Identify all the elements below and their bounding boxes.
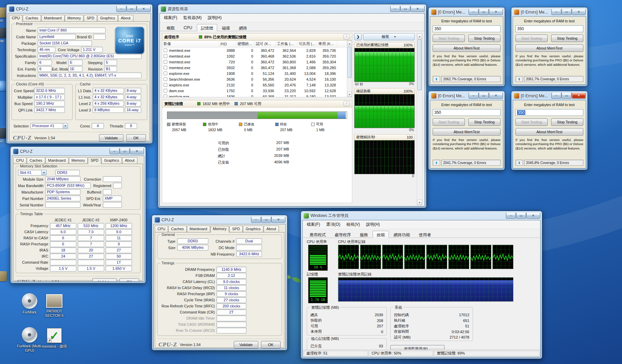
tab-about[interactable]: About <box>122 157 137 164</box>
tab-about[interactable]: About <box>264 226 279 232</box>
tab-cpu[interactable]: CPU <box>155 226 168 232</box>
close-button[interactable]: ✕ <box>411 6 425 12</box>
start-testing-button[interactable]: Start Testing <box>515 118 548 126</box>
stop-testing-button[interactable]: Stop Testing <box>551 35 583 42</box>
ok-button[interactable]: OK <box>261 341 281 348</box>
minimize-button[interactable]: ─ <box>469 93 478 99</box>
stop-testing-button[interactable]: Stop Testing <box>468 35 501 42</box>
scrollbar-thumb[interactable] <box>417 39 422 90</box>
maximize-button[interactable]: ▭ <box>127 6 136 12</box>
processor-select[interactable]: Processor #1▼ <box>31 123 68 129</box>
col-shareable[interactable]: 可共用 (... <box>297 41 317 47</box>
tab-graphics[interactable]: Graphics <box>243 226 263 232</box>
views-dropdown[interactable]: 檢視▼ <box>363 33 415 40</box>
maximize-button[interactable]: ▭ <box>562 9 571 15</box>
about-memtest-button[interactable]: About MemTest <box>515 44 583 52</box>
edge-icon[interactable] <box>0 81 7 92</box>
validate-button[interactable]: Validate <box>99 134 124 142</box>
menu-item[interactable]: 選項(O) <box>323 221 343 228</box>
tab-spd[interactable]: SPD <box>88 157 101 164</box>
col-working-set[interactable]: 工作集 (... <box>276 41 297 47</box>
edge-icon[interactable]: nap <box>0 28 7 43</box>
scrollbar-thumb[interactable] <box>347 47 352 78</box>
maximize-button[interactable]: ▭ <box>562 93 571 99</box>
minimize-button[interactable]: ─ <box>110 148 119 154</box>
maximize-button[interactable]: ▭ <box>479 9 489 15</box>
tab-memory[interactable]: Memory <box>69 157 88 164</box>
tab-graphics[interactable]: Graphics <box>101 157 122 164</box>
tab-networking[interactable]: 網路功能 <box>390 231 414 238</box>
checkbox[interactable] <box>164 60 167 64</box>
about-memtest-button[interactable]: About MemTest <box>433 44 501 52</box>
col-image[interactable]: 影像 <box>162 41 219 47</box>
tab-memory[interactable]: Memory <box>210 226 229 232</box>
window-scrollbar[interactable]: ▲ ▼ <box>417 33 422 205</box>
menu-item[interactable]: 監視器(M) <box>181 14 204 21</box>
close-button[interactable]: ✕ <box>489 9 503 15</box>
tab-processes[interactable]: 處理程序 <box>331 231 355 238</box>
close-button[interactable]: ✕ <box>271 217 285 223</box>
ram-amount-input[interactable]: 350 <box>515 25 583 32</box>
edge-icon[interactable]: ps <box>0 7 7 22</box>
col-private[interactable]: 專用 (K... <box>317 41 337 47</box>
stop-testing-button[interactable]: Stop Testing <box>551 118 583 126</box>
ok-button[interactable]: OK <box>119 278 139 282</box>
checkbox[interactable] <box>164 77 167 81</box>
collapse-chevron-icon[interactable]: ⌃ <box>343 101 350 106</box>
tab-cpu[interactable]: CPU <box>13 157 26 164</box>
tab-performance[interactable]: 效能 <box>373 231 389 238</box>
checkbox[interactable] <box>164 89 167 93</box>
close-button[interactable]: ✕ <box>572 9 586 15</box>
validate-button[interactable]: Validate <box>234 341 258 348</box>
start-testing-button[interactable]: Start Testing <box>433 118 465 126</box>
processes-section-header[interactable]: 處理程序 89% 已使用的實體記憶體 ⌃ <box>162 33 352 41</box>
edge-icon[interactable] <box>0 271 7 282</box>
process-row[interactable]: explorer.exe 1908 0 51,124 31,400 13,004… <box>162 70 347 76</box>
tab-cpu[interactable]: CPU <box>9 15 22 22</box>
menu-item[interactable]: 檔案(F) <box>304 221 323 228</box>
stop-testing-button[interactable]: Stop Testing <box>468 118 501 126</box>
minimize-button[interactable]: ─ <box>390 6 400 12</box>
process-row[interactable]: memtest.exe 1092 0 360,468 362,536 2,816… <box>162 53 347 59</box>
menu-item[interactable]: 說明(H) <box>363 221 383 228</box>
col-commit[interactable]: 認可 (K... <box>255 41 276 47</box>
tab-about[interactable]: About <box>118 15 133 21</box>
tab-services[interactable]: 服務 <box>356 231 372 238</box>
maximize-button[interactable]: ▭ <box>400 6 410 12</box>
desktop-icon-patriot[interactable]: PATRIOT SECTOR 5 <box>40 294 69 318</box>
maximize-button[interactable]: ▭ <box>516 213 526 219</box>
validate-button[interactable]: Validate <box>92 278 117 282</box>
tab-spd[interactable]: SPD <box>229 226 243 232</box>
process-row[interactable]: memtest.exe 3932 0 360,472 361,368 2,088… <box>162 65 347 70</box>
tab-mainboard[interactable]: Mainboard <box>45 157 69 164</box>
slot-select[interactable]: Slot #1▼ <box>18 170 46 176</box>
checkbox[interactable] <box>164 72 167 75</box>
tab-memory[interactable]: Memory <box>65 15 84 21</box>
close-button[interactable]: ✕ <box>489 93 503 99</box>
desktop-icon-furmark[interactable]: FurMark <box>15 293 44 315</box>
scroll-down-icon[interactable]: ▼ <box>417 200 422 205</box>
tab-network[interactable]: 網路 <box>235 24 251 31</box>
tab-spd[interactable]: SPD <box>84 15 97 21</box>
tab-cpu[interactable]: CPU <box>180 24 196 31</box>
checkbox[interactable] <box>164 83 167 87</box>
menu-item[interactable]: 檔案(F) <box>161 14 180 21</box>
process-row[interactable]: iexplore.exe 1836 0 60,368 31,312 9,180 … <box>162 94 347 97</box>
tab-caches[interactable]: Caches <box>23 15 41 21</box>
collapse-chevron-icon[interactable]: ⌃ <box>343 34 350 40</box>
close-button[interactable]: ✕ <box>526 213 540 219</box>
process-row[interactable]: SearchIndexer.exe 3636 0 56,356 20,624 4… <box>162 76 347 82</box>
tab-graphics[interactable]: Graphics <box>97 15 118 21</box>
tab-disk[interactable]: 磁碟 <box>218 24 234 31</box>
process-row[interactable]: iexplore.exe 2132 0 65,560 20,476 7,148 … <box>162 82 347 88</box>
maximize-button[interactable]: ▭ <box>261 217 271 223</box>
col-pid[interactable]: PID <box>219 41 236 47</box>
col-hard-faults[interactable]: 硬體錯... <box>236 41 255 47</box>
ram-amount-input[interactable]: 350 <box>433 25 501 32</box>
ok-button[interactable]: OK <box>126 134 146 142</box>
close-button[interactable]: ✕ <box>130 148 144 154</box>
close-button[interactable]: ✕ <box>572 93 586 99</box>
minimize-button[interactable]: ─ <box>116 6 126 12</box>
close-button[interactable]: ✕ <box>137 6 151 12</box>
tab-memory[interactable]: 記憶體 <box>197 24 217 31</box>
